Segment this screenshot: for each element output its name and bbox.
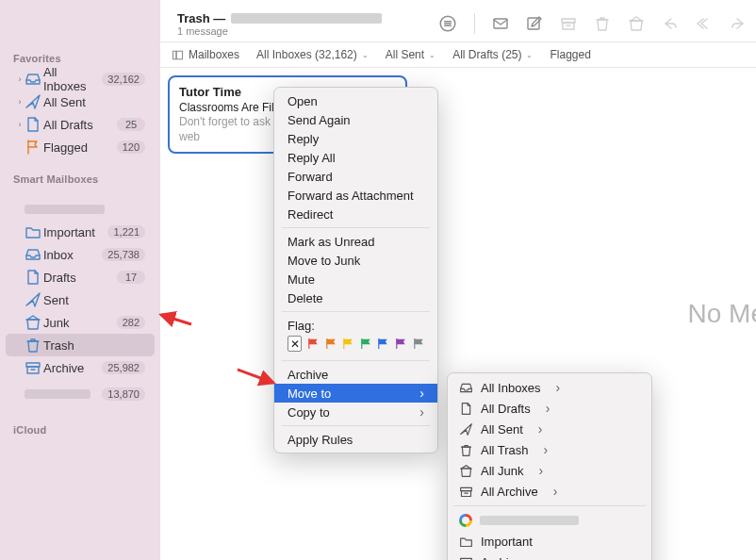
- folder-icon: [25, 223, 41, 240]
- move-to-submenu: All Inboxes All Drafts All Sent All Tras…: [447, 372, 652, 560]
- favbar-mailboxes[interactable]: Mailboxes: [172, 48, 239, 61]
- redacted-account: [231, 13, 382, 24]
- flag-color[interactable]: [360, 338, 372, 351]
- drafts-icon: [25, 269, 41, 286]
- sidebar-item-all-drafts[interactable]: › All Drafts 25: [6, 113, 155, 136]
- menu-copy-to[interactable]: Copy to: [274, 403, 437, 421]
- sidebar-item-archive[interactable]: Archive 25,982: [6, 356, 155, 379]
- menu-redirect[interactable]: Redirect: [274, 205, 437, 223]
- sidebar-item-flagged[interactable]: Flagged 120: [6, 136, 155, 158]
- favbar-all-inboxes[interactable]: All Inboxes (32,162)⌄: [256, 48, 369, 61]
- submenu-archive[interactable]: Archive: [448, 552, 651, 560]
- menu-send-again[interactable]: Send Again: [274, 110, 437, 129]
- compose-icon[interactable]: [526, 15, 543, 32]
- archive-icon[interactable]: [560, 15, 577, 32]
- trash-icon: [25, 337, 41, 354]
- chevron-right-icon: ›: [15, 97, 25, 107]
- flag-color[interactable]: [395, 338, 407, 351]
- menu-forward[interactable]: Forward: [274, 167, 437, 186]
- favorites-bar: Mailboxes All Inboxes (32,162)⌄ All Sent…: [160, 41, 756, 68]
- flag-color[interactable]: [377, 338, 389, 351]
- svg-line-5: [161, 315, 191, 324]
- menu-forward-attachment[interactable]: Forward as Attachment: [274, 186, 437, 205]
- svg-rect-3: [173, 51, 176, 59]
- smart-mailboxes-header: Smart Mailboxes: [0, 168, 160, 189]
- sidebar-item-all-inboxes[interactable]: › All Inboxes 32,162: [6, 68, 155, 91]
- sidebar-label: Inbox: [41, 248, 102, 262]
- redacted-label: [25, 389, 90, 399]
- sidebar-label: Flagged: [41, 140, 117, 155]
- menu-mute[interactable]: Mute: [274, 270, 437, 288]
- icloud-header: iCloud: [0, 419, 160, 439]
- sent-icon: [25, 93, 41, 110]
- flag-icon: [25, 139, 41, 156]
- sidebar: Favorites › All Inboxes 32,162 › All Sen…: [0, 0, 160, 560]
- sidebar-count: 13,870: [102, 387, 145, 401]
- submenu-all-junk[interactable]: All Junk: [448, 460, 651, 481]
- sidebar-item-trash[interactable]: Trash: [6, 334, 155, 356]
- submenu-all-inboxes[interactable]: All Inboxes: [448, 377, 651, 398]
- flag-color[interactable]: [325, 338, 337, 351]
- flag-color[interactable]: [307, 338, 320, 351]
- submenu-important[interactable]: Important: [448, 531, 651, 552]
- submenu-all-trash[interactable]: All Trash: [448, 439, 651, 460]
- sidebar-count: 282: [117, 316, 145, 329]
- sidebar-count: 25: [117, 118, 145, 131]
- sidebar-item-all-sent[interactable]: › All Sent: [6, 91, 155, 113]
- message-count: 1 message: [177, 25, 382, 37]
- no-message-label: No Mess: [688, 299, 756, 329]
- reply-icon[interactable]: [662, 15, 679, 32]
- submenu-all-sent[interactable]: All Sent: [448, 419, 651, 439]
- annotation-arrow: [234, 366, 279, 391]
- sidebar-label: Sent: [41, 293, 145, 307]
- junk-icon[interactable]: [628, 15, 645, 32]
- sidebar-count: 32,162: [102, 73, 145, 86]
- envelope-icon[interactable]: [492, 15, 509, 32]
- sidebar-item-junk[interactable]: Junk 282: [6, 311, 155, 334]
- sent-icon: [25, 291, 41, 308]
- favbar-all-drafts[interactable]: All Drafts (25)⌄: [452, 48, 533, 61]
- menu-move-to[interactable]: Move to: [274, 384, 437, 403]
- sidebar-item-important[interactable]: Important 1,221: [6, 221, 155, 243]
- menu-archive[interactable]: Archive: [274, 365, 437, 384]
- menu-reply[interactable]: Reply: [274, 129, 437, 148]
- sidebar-item-redacted[interactable]: 13,870: [6, 383, 155, 405]
- sidebar-label: Drafts: [41, 271, 117, 285]
- favbar-flagged[interactable]: Flagged: [550, 48, 590, 61]
- sidebar-label: Important: [41, 225, 107, 239]
- sidebar-count: 17: [117, 271, 145, 284]
- menu-mark-unread[interactable]: Mark as Unread: [274, 232, 437, 251]
- sidebar-item-sent[interactable]: Sent: [6, 288, 155, 311]
- favbar-all-sent[interactable]: All Sent⌄: [386, 48, 436, 61]
- chevron-down-icon: ⌄: [526, 51, 533, 59]
- menu-move-junk[interactable]: Move to Junk: [274, 251, 437, 270]
- forward-icon[interactable]: [730, 15, 747, 32]
- sidebar-label: Trash: [41, 338, 145, 353]
- submenu-account[interactable]: [448, 510, 651, 531]
- chevron-down-icon: ⌄: [429, 51, 436, 59]
- reply-all-icon[interactable]: [696, 15, 713, 32]
- menu-delete[interactable]: Delete: [274, 288, 437, 307]
- flag-color[interactable]: [413, 338, 425, 351]
- sidebar-count: 25,982: [102, 361, 145, 374]
- sidebar-item-inbox[interactable]: Inbox 25,738: [6, 243, 155, 266]
- sidebar-count: 120: [117, 140, 145, 154]
- sidebar-account-header[interactable]: [6, 198, 155, 221]
- menu-open[interactable]: Open: [274, 91, 437, 110]
- flag-label: Flag:: [288, 319, 424, 333]
- annotation-arrow: [156, 309, 193, 331]
- submenu-all-drafts[interactable]: All Drafts: [448, 398, 651, 419]
- sidebar-count: 25,738: [102, 248, 145, 261]
- titlebar: Trash — 1 message: [160, 0, 756, 41]
- filter-icon[interactable]: [438, 14, 457, 33]
- trash-icon[interactable]: [594, 15, 611, 32]
- sidebar-label: All Sent: [41, 95, 145, 109]
- flag-clear[interactable]: ✕: [288, 336, 302, 352]
- flag-color[interactable]: [342, 338, 354, 351]
- sidebar-item-drafts[interactable]: Drafts 17: [6, 266, 155, 288]
- menu-apply-rules[interactable]: Apply Rules: [274, 430, 437, 449]
- menu-reply-all[interactable]: Reply All: [274, 148, 437, 167]
- submenu-all-archive[interactable]: All Archive: [448, 481, 651, 502]
- sidebar-count: 1,221: [107, 225, 145, 239]
- chevron-right-icon: ›: [15, 74, 25, 84]
